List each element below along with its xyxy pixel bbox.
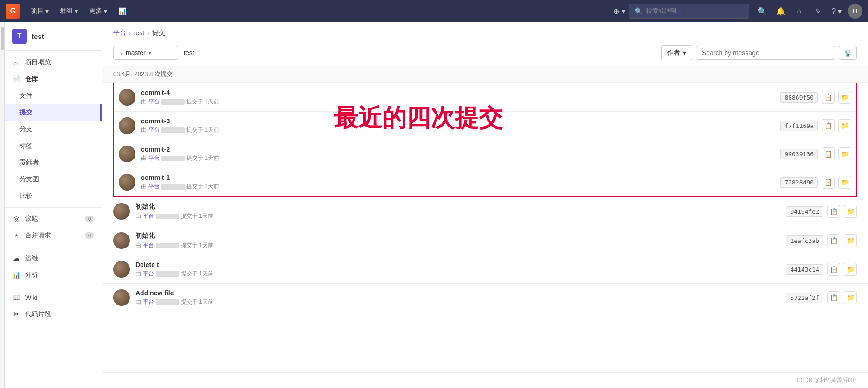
copy-btn-1[interactable]: 📋 [822,176,835,189]
commits-path: test [184,49,194,57]
commit-hash-delete[interactable]: 44143c14 [786,264,823,275]
commit-right-addfile: 5722af2f 📋 📁 [786,291,857,304]
sidebar-item-graph[interactable]: 分支图 [5,171,102,188]
copy-btn-4[interactable]: 📋 [822,91,835,104]
breadcrumb-test[interactable]: test [134,29,145,37]
sidebar-item-tags[interactable]: 标签 [5,138,102,154]
commit-avatar-img-init2 [113,232,130,249]
sidebar-item-files[interactable]: 文件 [5,88,102,104]
browse-btn-init1[interactable]: 📁 [844,205,857,218]
commit-author-2[interactable]: 平台 [148,154,160,162]
nav-more[interactable]: 更多 ▾ [84,4,112,18]
commit-hash-init2[interactable]: 1eafc3ab [786,235,823,246]
sidebar-item-branches[interactable]: 分支 [5,121,102,138]
nav-search-icon[interactable]: 🔍 [755,4,770,19]
commit-hash-init1[interactable]: 04194fe2 [786,206,823,217]
commit-hash-1[interactable]: 72828d90 [780,177,818,188]
sidebar-project-avatar: T [12,29,27,44]
commit-avatar-init2 [113,232,130,249]
top-nav: G 项目 ▾ 群组 ▾ 更多 ▾ 📊 ⊕ ▾ 🔍 搜索或转到... 🔍 🔔 ⑃ … [0,0,868,22]
nav-avatar[interactable]: U [848,4,862,19]
branch-label: master [126,49,146,57]
merge-icon: ⑃ [12,232,20,240]
branch-select[interactable]: ⑂ master ▾ [113,46,178,60]
commit-author-1[interactable]: 平台 [148,183,160,191]
commit-message-init2[interactable]: 初始化 [135,232,780,240]
commit-right-2: 99039136 📋 📁 [780,147,851,160]
nav-plus-btn[interactable]: ⊕ ▾ [612,4,627,19]
commit-message-4[interactable]: commit-4 [141,89,775,96]
commit-item-1: commit-1 由 平台 提交于 1天前 72828d90 📋 📁 [114,168,856,196]
sidebar-item-mergerequests[interactable]: ⑃ 合并请求 0 [5,227,102,244]
rss-btn[interactable]: 📡 [839,46,857,60]
copy-btn-delete[interactable]: 📋 [827,263,840,276]
browse-btn-1[interactable]: 📁 [838,176,851,189]
commit-hash-4[interactable]: 88869f50 [780,92,818,103]
blurred-name-init2 [156,243,179,248]
commit-message-2[interactable]: commit-2 [141,146,775,153]
sidebar-item-commits[interactable]: 提交 [5,104,102,121]
nav-help-icon[interactable]: ? ▾ [829,4,844,19]
copy-btn-init2[interactable]: 📋 [827,234,840,247]
issues-badge: 0 [85,216,94,222]
copy-btn-init1[interactable]: 📋 [827,205,840,218]
nav-edit-icon[interactable]: ✎ [810,4,825,19]
highlighted-commits-group: commit-4 由 平台 提交于 1天前 88869f50 📋 📁 [113,83,857,197]
commit-item-init1: 初始化 由 平台 提交于 1天前 04194fe2 📋 📁 [102,197,868,226]
copy-btn-addfile[interactable]: 📋 [827,291,840,304]
nav-groups[interactable]: 群组 ▾ [55,4,83,18]
copy-btn-2[interactable]: 📋 [822,147,835,160]
mr-badge: 0 [85,232,94,239]
commit-meta-init1: 由 平台 提交于 1天前 [135,212,780,220]
commit-author-delete[interactable]: 平台 [143,270,154,278]
sidebar-item-overview[interactable]: ⌂ 项目概览 [5,54,102,71]
commit-hash-2[interactable]: 99039136 [780,149,818,159]
breadcrumb-platform[interactable]: 平台 [113,29,126,37]
commit-author-init2[interactable]: 平台 [143,242,154,249]
commit-author-4[interactable]: 平台 [148,98,160,106]
browse-btn-init2[interactable]: 📁 [844,234,857,247]
author-filter-btn[interactable]: 作者 ▾ [661,45,692,60]
browse-btn-delete[interactable]: 📁 [844,263,857,276]
sidebar-item-wiki[interactable]: 📖 Wiki [5,289,102,306]
browse-btn-2[interactable]: 📁 [838,147,851,160]
sidebar-divider-3 [5,286,102,286]
commit-author-init1[interactable]: 平台 [143,212,154,220]
commit-author-3[interactable]: 平台 [148,126,160,134]
sidebar-item-contributors[interactable]: 贡献者 [5,154,102,171]
nav-bell-icon[interactable]: 🔔 [773,4,788,19]
commit-hash-addfile[interactable]: 5722af2f [786,293,823,303]
sidebar-item-analytics[interactable]: 📊 分析 [5,267,102,283]
browse-btn-3[interactable]: 📁 [838,119,851,132]
commit-avatar-img-init1 [113,203,130,220]
search-input[interactable] [696,46,835,60]
browse-btn-4[interactable]: 📁 [838,91,851,104]
nav-projects[interactable]: 项目 ▾ [26,4,53,18]
blurred-name-init1 [156,214,179,219]
commit-author-addfile[interactable]: 平台 [143,298,154,306]
commit-message-addfile[interactable]: Add new file [135,289,780,297]
sidebar-item-issues[interactable]: ◎ 议题 0 [5,210,102,227]
rss-icon: 📡 [844,49,852,57]
commit-message-init1[interactable]: 初始化 [135,203,780,211]
commit-right-3: f7f1169a 📋 📁 [780,119,851,132]
browse-btn-addfile[interactable]: 📁 [844,291,857,304]
commit-message-delete[interactable]: Delete t [135,261,780,268]
breadcrumb: 平台 › test › 提交 [102,22,868,42]
nav-search[interactable]: 🔍 搜索或转到... [629,4,749,19]
commit-avatar-3 [119,117,135,134]
nav-logo[interactable]: G [6,4,20,19]
nav-chart[interactable]: 📊 [114,5,131,18]
sidebar-item-compare[interactable]: 比较 [5,188,102,204]
sidebar-scrollbar[interactable] [0,22,5,388]
home-icon: ⌂ [12,59,20,67]
commit-right-init2: 1eafc3ab 📋 📁 [786,234,857,247]
commit-message-1[interactable]: commit-1 [141,174,775,181]
sidebar-item-snippets[interactable]: ✂ 代码片段 [5,306,102,323]
nav-merge-icon[interactable]: ⑃ [792,4,807,19]
sidebar-item-ops[interactable]: ☁ 运维 [5,250,102,267]
commit-hash-3[interactable]: f7f1169a [780,121,818,131]
copy-btn-3[interactable]: 📋 [822,119,835,132]
sidebar-item-repo-header[interactable]: 📄 仓库 [5,71,102,88]
commit-right-4: 88869f50 📋 📁 [780,91,851,104]
